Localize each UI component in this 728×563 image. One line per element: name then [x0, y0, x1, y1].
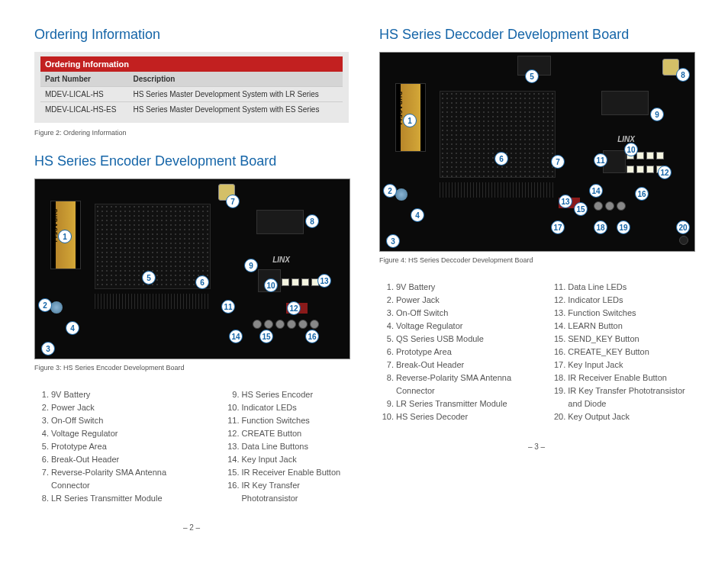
encoder-legend: 9V Battery Power Jack On-Off Switch Volt… — [34, 388, 349, 505]
legend-item: IR Receiver Enable Button — [242, 466, 349, 479]
col-description: Description — [128, 72, 343, 87]
callout-9: 9 — [244, 259, 258, 272]
callout-14: 14 — [589, 184, 603, 198]
table-title: Ordering Information — [40, 56, 343, 72]
data-line-buttons-icon — [253, 320, 319, 329]
callout-5: 5 — [142, 271, 156, 285]
callout-1: 1 — [403, 114, 417, 127]
legend-item: Function Switches — [568, 307, 694, 320]
indicator-leds-icon — [282, 278, 319, 286]
heading-encoder-board: HS Series Encoder Development Board — [34, 153, 349, 169]
callout-16: 16 — [635, 187, 649, 201]
legend-item: SEND_KEY Button — [568, 333, 694, 346]
figure-2-caption: Figure 2: Ordering Information — [34, 129, 349, 137]
heading-ordering: Ordering Information — [34, 27, 349, 43]
legend-item: Power Jack — [51, 401, 195, 414]
ordering-table-body: Part Number Description MDEV-LICAL-HSHS … — [40, 72, 343, 117]
key-output-jack-icon — [679, 236, 688, 245]
callout-8: 8 — [676, 68, 690, 82]
callout-4: 4 — [411, 208, 424, 222]
callout-11: 11 — [594, 153, 607, 167]
cell-pn: MDEV-LICAL-HS — [40, 87, 128, 102]
table-header-row: Part Number Description — [40, 72, 343, 87]
linx-logo: LINX — [272, 256, 290, 264]
table-row: MDEV-LICAL-HSHS Series Master Developmen… — [40, 87, 343, 102]
encoder-legend-col-a: 9V Battery Power Jack On-Off Switch Volt… — [34, 388, 195, 505]
decoder-board-figure: DURACELL LINX 1 2 3 4 5 6 — [379, 52, 695, 252]
legend-item: Break-Out Header — [51, 453, 195, 466]
table-row: MDEV-LICAL-HS-ESHS Series Master Develop… — [40, 102, 343, 117]
cell-desc: HS Series Master Development System with… — [128, 102, 343, 117]
legend-item: LEARN Button — [568, 320, 694, 333]
callout-4: 4 — [66, 321, 79, 335]
page-spread: Ordering Information Ordering Informatio… — [0, 0, 728, 547]
callout-6: 6 — [494, 152, 508, 166]
encoder-board-figure: DURACELL LINX 1 2 3 4 5 6 7 — [34, 179, 350, 359]
callout-11: 11 — [221, 300, 235, 314]
callout-12: 12 — [287, 301, 301, 315]
callout-3: 3 — [386, 234, 400, 248]
legend-item: Power Jack — [396, 294, 520, 307]
legend-item: On-Off Switch — [396, 307, 520, 320]
decoder-legend: 9V Battery Power Jack On-Off Switch Volt… — [379, 281, 694, 424]
legend-item: Key Input Jack — [568, 359, 694, 372]
callout-15: 15 — [574, 202, 588, 216]
transmitter-module-icon — [256, 210, 304, 234]
callout-10: 10 — [264, 278, 278, 292]
callout-14: 14 — [229, 330, 243, 343]
legend-item: QS Series USB Module — [396, 333, 520, 346]
legend-item: HS Series Decoder — [396, 410, 520, 423]
legend-item: Key Output Jack — [568, 410, 694, 423]
callout-16: 16 — [305, 330, 319, 343]
legend-item: CREATE_KEY Button — [568, 346, 694, 359]
callout-18: 18 — [594, 220, 607, 234]
legend-item: Data Line Buttons — [242, 440, 349, 453]
cell-desc: HS Series Master Development System with… — [128, 87, 343, 102]
key-buttons-icon — [594, 201, 626, 211]
callout-17: 17 — [551, 220, 565, 234]
legend-item: Voltage Regulator — [396, 320, 520, 333]
capacitor-icon — [395, 188, 407, 201]
callout-6: 6 — [195, 275, 209, 289]
callout-7: 7 — [226, 195, 240, 208]
callout-13: 13 — [317, 274, 331, 288]
heading-decoder-board: HS Series Deccoder Development Board — [379, 27, 694, 43]
ordering-table: Ordering Information Part Number Descrip… — [34, 52, 349, 123]
callout-2: 2 — [38, 298, 52, 312]
callout-15: 15 — [259, 330, 273, 343]
col-part-number: Part Number — [40, 72, 128, 87]
callout-2: 2 — [383, 184, 397, 198]
legend-item: Indicator LEDs — [568, 294, 694, 307]
callout-1: 1 — [58, 230, 72, 243]
callout-9: 9 — [650, 108, 664, 121]
encoder-legend-col-b: HS Series Encoder Indicator LEDs Functio… — [225, 388, 349, 505]
page-number-2: – 2 – — [34, 523, 349, 532]
capacitor-icon — [50, 301, 63, 314]
legend-item: IR Key Transfer Phototransistor — [242, 479, 349, 505]
callout-10: 10 — [624, 143, 638, 156]
callout-5: 5 — [525, 69, 539, 83]
legend-item: Data Line LEDs — [568, 281, 694, 294]
legend-item: CREATE Button — [242, 427, 349, 440]
page-3: HS Series Deccoder Development Board DUR… — [379, 27, 694, 532]
figure-4-caption: Figure 4: HS Series Deccoder Development… — [379, 256, 694, 264]
callout-12: 12 — [658, 166, 672, 179]
breakout-header — [440, 182, 554, 198]
legend-item: Reverse-Polarity SMA Antenna Connector — [396, 372, 520, 397]
callout-8: 8 — [305, 214, 319, 228]
legend-item: Break-Out Header — [396, 359, 520, 372]
callout-19: 19 — [617, 220, 630, 234]
decoder-legend-col-b: Data Line LEDs Indicator LEDs Function S… — [551, 281, 694, 424]
callout-20: 20 — [676, 220, 690, 234]
legend-item: 9V Battery — [396, 281, 520, 294]
legend-item: HS Series Encoder — [242, 388, 349, 401]
decoder-legend-col-a: 9V Battery Power Jack On-Off Switch Volt… — [379, 281, 520, 424]
legend-item: LR Series Transmitter Module — [396, 397, 520, 410]
callout-3: 3 — [41, 342, 55, 355]
callout-13: 13 — [559, 195, 572, 208]
cell-pn: MDEV-LICAL-HS-ES — [40, 102, 128, 117]
legend-item: Prototype Area — [51, 440, 195, 453]
legend-item: On-Off Switch — [51, 414, 195, 427]
legend-item: Prototype Area — [396, 346, 520, 359]
figure-3-caption: Figure 3: HS Series Encoder Development … — [34, 364, 349, 372]
